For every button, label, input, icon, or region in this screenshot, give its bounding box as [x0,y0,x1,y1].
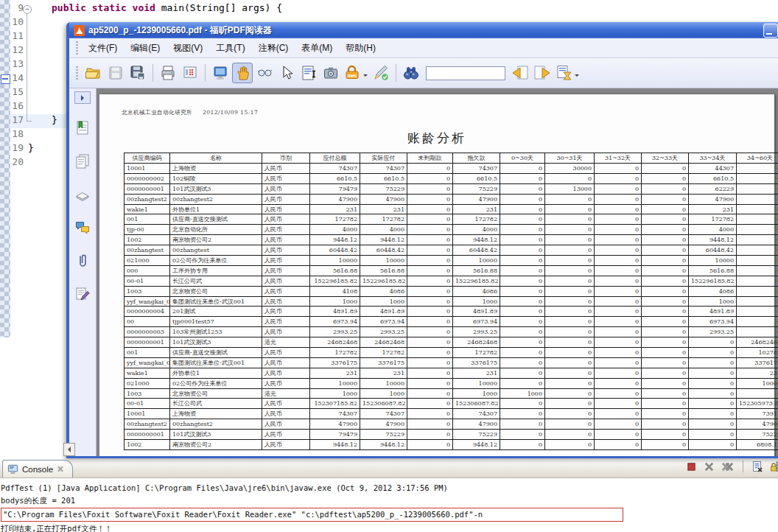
table-row: 1002南京物资公司2人民币9448.129448.1209448.120000… [125,235,778,245]
magnifier-button[interactable] [254,63,275,83]
table-row: 0000000001101武汉测试3人民币7947975229075229000… [125,430,778,440]
bookmarks-icon[interactable] [74,119,91,137]
close-icon[interactable] [57,466,63,472]
table-row: 1002南京物资公司2人民币9448.129448.1209448.120000… [125,440,778,450]
aging-table-body: 10001上海物资人民币7430774307074307030000004430… [125,164,778,450]
column-header: 34~60天 [737,153,778,164]
line-number: 15 [10,86,24,97]
find-previous-button[interactable] [510,63,530,83]
rms-protect-button[interactable]: RMS [343,63,363,83]
toolbar-separator [743,461,743,472]
pdf-page: 北京机械工业自动化研究所2012/10/09 15:17 账龄分析 供应商编码名… [99,94,774,456]
foxit-logo-icon [74,25,85,36]
table-row: 02100002公司作为往来单位人民币100001000001000000001… [125,256,778,266]
column-header: 30~31天 [545,153,595,164]
title-bar[interactable]: ap5200_p_-1239005660.pdf - 福昕PDF阅读器 [69,22,778,38]
signatures-icon[interactable] [74,285,91,303]
snapshot-button[interactable] [320,63,341,83]
table-row: 00zhangtest200zhangtest2人民币4790047900047… [125,194,778,204]
editor-line-marker-icon [1,74,10,84]
save-as-button[interactable] [127,63,148,83]
toolbar-separator [153,64,153,82]
remove-all-terminated-button[interactable] [721,461,735,472]
code-text: public static void main(String[] args) { [28,2,282,13]
fold-minus-icon[interactable]: − [23,5,32,14]
menu-item[interactable]: 注释(C) [252,39,295,57]
select-annotation-button[interactable] [276,63,297,83]
comments-icon[interactable] [74,219,91,237]
search-input[interactable] [426,66,505,80]
menu-item[interactable]: 表单(M) [295,39,339,57]
console-tab-label: Console [22,465,53,474]
table-row: 1003北京物资公司港元10001000010001000000000 [125,388,778,399]
table-row: 00tjp0001test57人民币6973.946973.9406973.94… [125,317,778,327]
aging-analysis-table: 供应商编码名称币别应付总额实际应付未到期款拖欠款0~30天30~31天31~32… [124,153,778,450]
table-row: 00zhangtest00zhangtest人民币60448.4260448.4… [125,245,778,256]
column-header: 名称 [170,153,262,164]
line-number: 19 [10,142,24,153]
column-header: 应付总额 [310,153,360,164]
table-row: 0000000003103常州测试1253人民币2993.252993.2502… [125,327,778,337]
table-row: 10001上海物资人民币7430774307074307030000004430… [125,164,778,174]
table-row: 00-01长江公司武人民币152307185.82152306087.82015… [125,399,778,409]
aging-table-head: 供应商编码名称币别应付总额实际应付未到期款拖欠款0~30天30~31天31~32… [125,153,778,164]
menu-item[interactable]: 文件(F) [82,39,124,57]
table-row: yyf_wangkai_001集团测试往来单位-武汉001人民币10001000… [125,296,778,307]
menu-item[interactable]: 工具(T) [209,39,251,57]
menu-item[interactable]: 视图(V) [167,39,209,57]
pdf-print-datetime: 2012/10/09 15:17 [203,109,258,116]
pages-icon[interactable] [74,153,91,170]
line-number: 14 [10,72,24,83]
async-dropdown-caret[interactable] [575,74,579,79]
rms-dropdown-caret[interactable] [363,74,368,79]
menu-item[interactable]: 编辑(E) [124,39,167,57]
terminate-button[interactable] [686,461,697,472]
open-button[interactable] [83,63,104,83]
navigation-collapse-button[interactable] [74,91,91,104]
signature-button[interactable] [371,63,391,83]
toolbar-separator [205,64,206,82]
console-view: Console PdfTest (1) [Java Application] C… [0,458,778,532]
toolbar-gripper [76,66,78,80]
select-text-button[interactable] [298,63,319,83]
full-screen-button[interactable] [210,63,231,83]
scroll-lock-button[interactable] [770,461,778,472]
foxit-reader-window: ap5200_p_-1239005660.pdf - 福昕PDF阅读器 文件(F… [66,22,778,458]
tab-console[interactable]: Console [2,460,73,477]
async-doc-button[interactable] [554,63,575,83]
minimize-button[interactable] [763,24,778,38]
code-text: } [28,142,34,153]
line-number: 20 [10,156,24,167]
svg-text:RMS: RMS [348,74,357,78]
line-number: 13 [10,58,24,69]
layers-icon[interactable] [74,186,91,203]
table-row: 1003北京物资公司人民币41084086040860000408600 [125,286,778,296]
column-header: 32~33天 [642,153,689,164]
line-number: 10 [10,16,24,27]
document-area[interactable]: 北京机械工业自动化研究所2012/10/09 15:17 账龄分析 供应商编码名… [97,88,778,456]
scroll-left-arrow[interactable] [63,443,75,456]
code-text: } [28,114,57,125]
table-row: yyf_wangkai_001集团测试往来单位-武汉001人民币33761753… [125,357,778,368]
table-row: 00zhangtest200zhangtest2人民币4790047900047… [125,419,778,430]
find-next-button[interactable] [532,63,553,83]
table-row: wakie1外协单位1人民币2312310231000002310 [125,368,778,378]
clear-console-button[interactable] [751,461,763,472]
save-button[interactable] [105,63,126,83]
table-row: 001供应商-直送交接测试人民币172782172782017278200000… [125,348,778,358]
code-line: 9−public static void main(String[] args)… [0,2,778,16]
print-preview-button[interactable] [180,63,200,83]
column-header: 33~34天 [689,153,737,164]
menu-item[interactable]: 帮助(H) [339,39,382,57]
menu-bar-items: 文件(F)编辑(E)视图(V)工具(T)注释(C)表单(M)帮助(H) [82,39,382,57]
table-row: 02100002公司作为往来单位人民币100001000001000000000… [125,378,778,388]
column-header: 31~32天 [595,153,642,164]
print-button[interactable] [158,63,178,83]
line-number: 11 [10,30,24,41]
hand-tool-button[interactable] [232,63,253,83]
console-icon [7,463,18,475]
table-row: 00-01长江公司武人民币152296185.82152296185.82015… [125,276,778,286]
find-button[interactable] [401,63,421,83]
attachments-icon[interactable] [74,252,91,270]
remove-launch-button[interactable] [704,461,715,472]
